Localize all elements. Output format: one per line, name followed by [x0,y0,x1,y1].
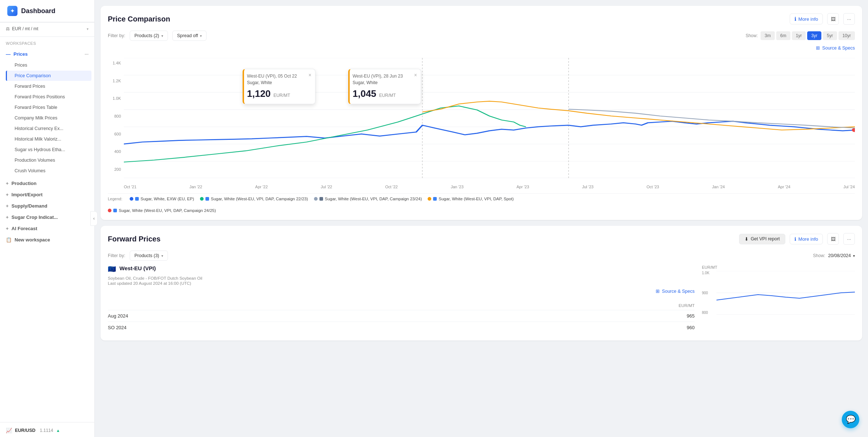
get-vpi-report-btn[interactable]: ⬇ Get VPI report [739,234,785,244]
x-label-jan24: Jan '24 [712,185,725,189]
chat-bubble[interactable]: 💬 [842,411,859,428]
nav-group-prices-more[interactable]: ··· [85,51,89,57]
app-title: Dashboard [21,7,55,15]
nav-group-production[interactable]: + Production [0,178,94,189]
currency-pair-footer[interactable]: 📈 EUR/USD 1.1114 ▲ [0,424,94,437]
product-updated: Last updated 20 August 2024 at 16:00 (UT… [108,281,695,286]
nav-group-new-workspace[interactable]: 📋 New workspace [0,234,94,245]
currency-selector[interactable]: ⚖ EUR / mt / mt ▾ [0,22,94,35]
forward-products-value: Products (3) [134,253,159,258]
sidebar: ✦ Dashboard ⚖ EUR / mt / mt ▾ Workspaces… [0,0,95,437]
nav-group-sugar-crop[interactable]: + Sugar Crop Indicat... [0,212,94,223]
more-options-button[interactable]: ··· [843,13,855,25]
x-label-oct22: Oct '22 [385,185,398,189]
table-header: EUR/MT [108,301,695,310]
period-aug2024: Aug 2024 [108,313,665,319]
currency-pair-label: EUR/USD [15,428,35,433]
show-3m-btn[interactable]: 3m [761,31,775,40]
spread-filter-chevron: ▾ [200,34,202,38]
chart-icon: 📈 [6,428,12,433]
tooltip-1-value: 1,120 [247,88,271,99]
sidebar-item-forward-prices[interactable]: Forward Prices [6,81,91,91]
price-comparison-card: Price Comparison ℹ More info 🖼 ··· Fi [101,6,862,220]
legend-item-3[interactable]: Sugar, White (West-EU, VPI, DAP, Campaig… [314,197,422,201]
tooltip-2-product: Sugar, White [353,80,415,85]
y-label-200: 200 [108,167,124,172]
legend-flag-5 [113,209,117,212]
forward-image-btn[interactable]: 🖼 [827,233,839,245]
tooltip-2-unit: EUR/MT [379,93,396,98]
legend-dot-4 [428,197,431,201]
products-filter-value: Products (2) [134,33,159,38]
tooltip-1-close[interactable]: × [309,72,311,78]
sidebar-item-historical-currency[interactable]: Historical Currency Ex... [6,123,91,134]
x-label-jul23: Jul '23 [582,185,593,189]
new-workspace-icon: 📋 [6,237,12,243]
forward-products-filter[interactable]: Products (3) ▾ [130,251,168,261]
sidebar-item-forward-prices-table[interactable]: Forward Prices Table [6,102,91,113]
forward-more-info-btn[interactable]: ℹ More info [790,234,823,244]
legend-dot-5 [108,209,111,212]
forward-show-label: Show: [813,253,825,258]
sidebar-item-historical-milk[interactable]: Historical Milk Valoriz... [6,134,91,144]
nav-group-supply-demand[interactable]: + Supply/Demand [0,200,94,212]
sidebar-footer: 📈 EUR/USD 1.1114 ▲ [0,421,94,437]
forward-more-btn[interactable]: ··· [843,233,855,245]
sidebar-collapse-button[interactable]: ‹ [90,211,98,226]
nav-group-prices-header[interactable]: — Prices ··· [0,48,94,60]
y-label-400: 400 [108,149,124,154]
legend-dot-3 [314,197,318,201]
sidebar-item-price-comparison[interactable]: Price Comparison [6,71,91,81]
chart-area: 1.4K 1.2K 1.0K 800 600 400 200 [108,58,855,189]
dots-icon: ··· [847,16,851,22]
value-so2024: 960 [665,325,695,330]
nav-group-plus-icon: + [6,181,9,186]
forward-show-date[interactable]: 20/08/2024 ▾ [828,253,855,258]
show-3yr-btn[interactable]: 3yr [807,31,821,40]
forward-products-chevron: ▾ [161,254,163,258]
get-vpi-report-label: Get VPI report [751,236,780,241]
legend-item-5[interactable]: Sugar, White (West-EU, VPI, DAP, Campaig… [108,208,855,213]
info-icon: ℹ [794,16,796,22]
mini-chart-svg [716,271,855,315]
products-filter[interactable]: Products (2) ▾ [130,31,168,41]
x-label-jul24: Jul '24 [843,185,855,189]
y-label-1200: 1.2K [108,79,124,83]
more-info-label: More info [798,16,818,22]
legend-item-1[interactable]: Sugar, White, EXW (EU, EP) [130,197,194,201]
sidebar-item-company-milk-prices[interactable]: Company Milk Prices [6,113,91,123]
forward-show-controls: Show: 20/08/2024 ▾ [813,253,855,258]
show-6m-btn[interactable]: 6m [776,31,790,40]
sidebar-item-prices[interactable]: Prices [6,60,91,70]
nav-group-supply-demand-label: Supply/Demand [12,203,47,209]
table-icon: ⊞ [816,45,820,51]
sidebar-item-forward-prices-positions[interactable]: Forward Prices Positions [6,92,91,102]
sidebar-item-production-volumes[interactable]: Production Volumes [6,155,91,165]
legend-flag-3 [319,197,323,201]
sidebar-item-sugar-vs-hydrous[interactable]: Sugar vs Hydrous Etha... [6,145,91,155]
y-label-1000: 1.0K [108,96,124,101]
more-info-button[interactable]: ℹ More info [790,13,823,24]
legend-label-1: Sugar, White, EXW (EU, EP) [141,197,194,201]
table-row-aug2024: Aug 2024 965 [108,310,695,322]
nav-group-ai-forecast-label: AI Forecast [12,226,38,231]
legend-item-2[interactable]: Sugar, White (West-EU, VPI, DAP, Campaig… [200,197,308,201]
legend-label-2: Sugar, White (West-EU, VPI, DAP, Campaig… [211,197,308,201]
sidebar-header: ✦ Dashboard [0,0,94,22]
tooltip-1-product: Sugar, White [247,80,309,85]
y-label-600: 600 [108,132,124,136]
tooltip-2-close[interactable]: × [414,72,417,78]
forward-source-specs-btn[interactable]: ⊞ Source & Specs [656,288,695,294]
source-specs-btn[interactable]: ⊞ Source & Specs [816,45,855,51]
nav-group-ai-forecast[interactable]: + AI Forecast [0,223,94,234]
currency-chevron: ▾ [87,27,89,31]
image-button[interactable]: 🖼 [827,13,839,25]
nav-group-import-export[interactable]: + Import/Export [0,189,94,200]
show-1yr-btn[interactable]: 1yr [792,31,806,40]
show-10yr-btn[interactable]: 10yr [838,31,855,40]
forward-more-info-label: More info [798,236,818,242]
show-5yr-btn[interactable]: 5yr [823,31,837,40]
spread-filter[interactable]: Spread off ▾ [172,31,207,41]
sidebar-item-crush-volumes[interactable]: Crush Volumes [6,166,91,176]
legend-item-4[interactable]: Sugar, White (West-EU, VPI, DAP, Spot) [428,197,514,201]
